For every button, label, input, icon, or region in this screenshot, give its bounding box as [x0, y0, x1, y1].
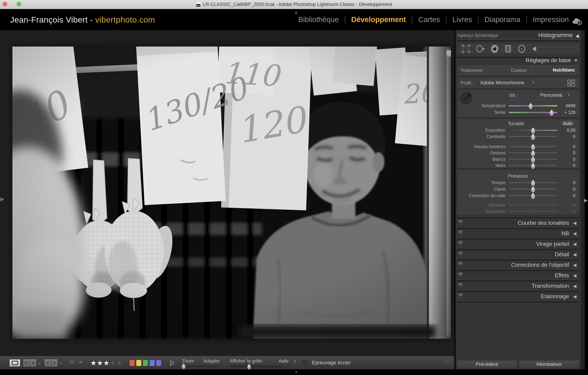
- module-developpement[interactable]: Développement: [351, 15, 406, 24]
- zoom-slider-track[interactable]: [182, 365, 218, 367]
- grid-mode-stepper-icon[interactable]: ▴▾: [294, 359, 296, 363]
- color-label-purple[interactable]: [156, 360, 161, 366]
- before-after-yy-button[interactable]: Y Y: [44, 359, 58, 367]
- panel-collapse-arrow-icon[interactable]: ◀: [573, 262, 577, 268]
- spot-removal-icon[interactable]: [476, 45, 485, 53]
- wb-value[interactable]: Personnal.: [540, 92, 564, 98]
- before-after-ra-button[interactable]: R A: [23, 359, 37, 367]
- panel-toggle-switch[interactable]: [458, 220, 463, 226]
- module-cartes[interactable]: Cartes: [418, 15, 440, 24]
- exposure-slider-track[interactable]: [509, 129, 557, 131]
- soft-proofing-checkbox[interactable]: [302, 360, 308, 366]
- loupe-view-button[interactable]: [9, 359, 21, 367]
- star-5-icon[interactable]: ★: [116, 356, 123, 370]
- expand-filmstrip-arrow-icon[interactable]: ▼: [294, 370, 298, 374]
- slideshow-play-icon[interactable]: [169, 360, 175, 366]
- minimize-window-button[interactable]: [10, 2, 14, 6]
- profile-stepper-icon[interactable]: ▴▾: [533, 80, 534, 84]
- panel-bw[interactable]: NB ◀: [457, 229, 580, 238]
- color-label-blue[interactable]: [149, 360, 155, 366]
- exposure-value[interactable]: 0,00: [556, 128, 575, 133]
- graduated-filter-icon[interactable]: [504, 44, 512, 53]
- panel-collapse-arrow-icon[interactable]: ◀: [573, 283, 577, 289]
- whites-value[interactable]: 0: [556, 157, 575, 162]
- crop-overlay-icon[interactable]: [462, 44, 470, 53]
- auto-tone-button[interactable]: Auto: [560, 120, 575, 127]
- shadows-slider-track[interactable]: [509, 152, 557, 154]
- histogram-collapse-arrow-icon[interactable]: ◀: [575, 33, 579, 39]
- yy-dropdown-caret-icon[interactable]: ▾: [60, 362, 62, 365]
- star-1-icon[interactable]: ★: [90, 356, 97, 370]
- panel-effects[interactable]: Effets ◀: [457, 271, 580, 280]
- treatment-bw-option[interactable]: Noir/blanc: [553, 67, 575, 73]
- close-window-button[interactable]: [3, 2, 7, 6]
- profile-browser-grid-icon[interactable]: [567, 80, 575, 87]
- contrast-slider-track[interactable]: [509, 136, 557, 137]
- red-eye-icon[interactable]: [491, 44, 499, 53]
- clarity-slider-track[interactable]: [509, 188, 557, 190]
- panel-calibration[interactable]: Etalonnage ◀: [457, 292, 580, 301]
- collapse-right-panel-arrow-icon[interactable]: ▶: [584, 198, 588, 203]
- expand-left-panel-arrow-icon[interactable]: ▶: [0, 196, 4, 202]
- wb-stepper-icon[interactable]: ▴▾: [568, 93, 569, 97]
- panel-lens-corrections[interactable]: Corrections de l'objectif ◀: [457, 261, 580, 269]
- highlights-value[interactable]: 0: [556, 144, 575, 149]
- module-impression[interactable]: Impression: [533, 15, 569, 24]
- panel-collapse-arrow-icon[interactable]: ◀: [573, 231, 577, 236]
- tint-value[interactable]: + 128: [556, 110, 575, 115]
- panel-transform[interactable]: Transformation ◀: [457, 282, 580, 290]
- blacks-slider-track[interactable]: [509, 165, 557, 166]
- panel-detail[interactable]: Détail ◀: [457, 250, 580, 259]
- exposure-slider-handle[interactable]: [531, 127, 536, 134]
- star-4-icon[interactable]: ★: [110, 356, 116, 370]
- tint-slider-track[interactable]: [509, 111, 557, 113]
- dehaze-value[interactable]: 0: [556, 193, 575, 198]
- star-3-icon[interactable]: ★: [103, 356, 110, 370]
- panel-toggle-switch[interactable]: [458, 262, 463, 268]
- module-diaporama[interactable]: Diaporama: [484, 15, 520, 24]
- grid-size-slider-track[interactable]: [230, 366, 282, 367]
- radial-filter-icon[interactable]: [517, 44, 526, 53]
- zoom-label[interactable]: Zoom: [182, 358, 194, 364]
- panel-collapse-arrow-icon[interactable]: ◀: [573, 294, 577, 299]
- temperature-value[interactable]: 6608: [556, 103, 575, 108]
- grid-size-slider-handle[interactable]: [247, 364, 251, 369]
- reset-button[interactable]: Réinitialiser: [519, 360, 580, 369]
- ra-dropdown-caret-icon[interactable]: ▾: [39, 362, 41, 365]
- panel-toggle-switch[interactable]: [458, 241, 463, 247]
- basic-panel-header[interactable]: Réglages de base ▼: [456, 57, 581, 64]
- photo-canvas[interactable]: 120 110 20 40: [12, 47, 451, 339]
- temperature-slider-track[interactable]: [509, 105, 557, 107]
- star-2-icon[interactable]: ★: [97, 356, 103, 370]
- collapse-top-panel-arrow-icon[interactable]: ▲: [294, 10, 298, 15]
- reject-flag-icon[interactable]: [77, 360, 84, 366]
- treatment-color-option[interactable]: Couleur: [511, 68, 527, 73]
- panel-collapse-arrow-icon[interactable]: ◀: [573, 220, 577, 226]
- module-bibliotheque[interactable]: Bibliothèque: [298, 15, 339, 24]
- highlights-slider-track[interactable]: [509, 146, 557, 148]
- panel-collapse-arrow-icon[interactable]: ◀: [573, 252, 577, 257]
- panel-toggle-switch[interactable]: [458, 251, 463, 257]
- toolbar-options-caret-icon[interactable]: [444, 360, 451, 364]
- soft-proofing-label[interactable]: Epreuvage écran: [312, 360, 350, 365]
- profile-value[interactable]: Adobe Monochrome: [480, 80, 524, 86]
- previous-button[interactable]: Précédent: [456, 360, 517, 369]
- histogram-collapsed-strip[interactable]: [457, 39, 580, 41]
- panel-toggle-switch[interactable]: [458, 283, 463, 289]
- clarity-value[interactable]: 0: [556, 187, 575, 192]
- panel-tone-curve[interactable]: Courbe des tonalités ◀: [457, 219, 580, 227]
- dehaze-slider-track[interactable]: [509, 195, 557, 197]
- panel-collapse-arrow-icon[interactable]: ◀: [573, 241, 577, 247]
- module-livres[interactable]: Livres: [452, 15, 472, 24]
- texture-value[interactable]: 0: [556, 180, 575, 185]
- color-label-green[interactable]: [143, 360, 148, 366]
- basic-panel-expand-arrow-icon[interactable]: ▼: [574, 58, 578, 63]
- panel-toggle-switch[interactable]: [458, 293, 463, 299]
- color-label-red[interactable]: [129, 360, 135, 366]
- cloud-sync-alert-icon[interactable]: !: [572, 17, 583, 26]
- pick-flag-icon[interactable]: [69, 360, 76, 366]
- fit-label[interactable]: Adapter: [203, 358, 220, 364]
- color-label-yellow[interactable]: [136, 360, 141, 366]
- shadows-value[interactable]: 0: [556, 151, 575, 155]
- whites-slider-track[interactable]: [509, 158, 557, 160]
